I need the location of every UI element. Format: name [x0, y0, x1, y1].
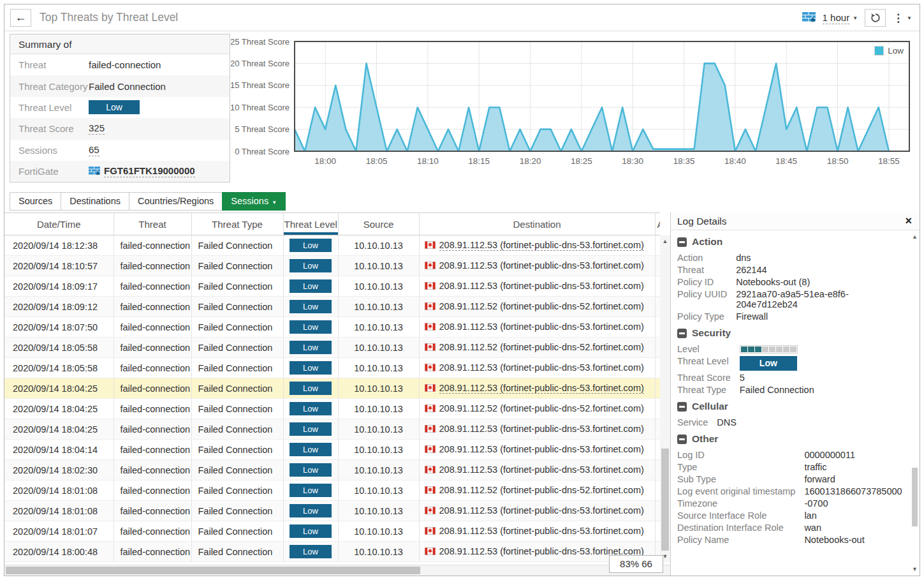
- cell-threat-type[interactable]: Failed Connection: [191, 256, 283, 276]
- cell-action[interactable]: [655, 317, 660, 338]
- cell-threat-level[interactable]: Low: [283, 542, 338, 562]
- cell-action[interactable]: [655, 338, 660, 358]
- cell-action[interactable]: [655, 399, 660, 419]
- cell-datetime[interactable]: 2020/09/14 18:09:12: [4, 297, 114, 317]
- log-section-title-cellular[interactable]: Cellular: [677, 401, 911, 412]
- cell-datetime[interactable]: 2020/09/14 18:04:14: [4, 440, 114, 460]
- scroll-up-icon[interactable]: ▲: [660, 237, 670, 245]
- cell-source[interactable]: 10.10.10.13: [338, 317, 419, 338]
- column-header-action[interactable]: Action: [655, 213, 660, 235]
- cell-threat-level[interactable]: Low: [283, 235, 338, 256]
- cell-threat-level[interactable]: Low: [283, 440, 338, 460]
- tab-sources[interactable]: Sources: [10, 192, 61, 211]
- cell-destination[interactable]: 208.91.112.53 (fortinet-public-dns-53.fo…: [419, 276, 655, 297]
- cell-source[interactable]: 10.10.10.13: [338, 521, 419, 542]
- cell-threat[interactable]: failed-connection: [114, 542, 191, 562]
- cell-datetime[interactable]: 2020/09/14 18:05:58: [4, 358, 114, 378]
- horizontal-scroll-thumb[interactable]: [6, 567, 420, 574]
- cell-threat-level[interactable]: Low: [283, 276, 338, 297]
- cell-source[interactable]: 10.10.10.13: [338, 235, 419, 256]
- destination-link[interactable]: 208.91.112.53 (fortinet-public-dns-53.fo…: [439, 444, 644, 454]
- table-row[interactable]: 2020/09/14 18:07:50failed-connectionFail…: [4, 317, 660, 338]
- table-row[interactable]: 2020/09/14 18:05:58failed-connectionFail…: [4, 338, 660, 358]
- cell-threat[interactable]: failed-connection: [114, 378, 191, 399]
- column-header-destination[interactable]: Destination: [419, 213, 655, 235]
- cell-datetime[interactable]: 2020/09/14 18:01:08: [4, 501, 114, 521]
- destination-link[interactable]: 208.91.112.52 (fortinet-public-dns-52.fo…: [439, 342, 644, 352]
- back-button[interactable]: ←: [10, 9, 31, 27]
- cell-datetime[interactable]: 2020/09/14 18:04:25: [4, 378, 114, 399]
- cell-threat-type[interactable]: Failed Connection: [191, 419, 283, 440]
- fortigate-device-link[interactable]: FGT61FTK19000000: [104, 165, 195, 177]
- cell-threat[interactable]: failed-connection: [114, 521, 191, 542]
- scroll-down-icon[interactable]: ▼: [911, 565, 918, 573]
- column-header-threat[interactable]: Threat: [114, 213, 191, 235]
- cell-datetime[interactable]: 2020/09/14 18:09:17: [4, 276, 114, 297]
- cell-source[interactable]: 10.10.10.13: [338, 501, 419, 521]
- table-row[interactable]: 2020/09/14 18:09:12failed-connectionFail…: [4, 297, 660, 317]
- cell-threat-level[interactable]: Low: [283, 419, 338, 440]
- cell-source[interactable]: 10.10.10.13: [338, 358, 419, 378]
- cell-threat-level[interactable]: Low: [283, 297, 338, 317]
- cell-threat-type[interactable]: Failed Connection: [191, 358, 283, 378]
- cell-threat-level[interactable]: Low: [283, 338, 338, 358]
- cell-threat-level[interactable]: Low: [283, 501, 338, 521]
- cell-destination[interactable]: 208.91.112.52 (fortinet-public-dns-52.fo…: [419, 297, 655, 317]
- cell-threat-level[interactable]: Low: [283, 317, 338, 338]
- column-header-date-time[interactable]: Date/Time: [4, 213, 114, 235]
- cell-datetime[interactable]: 2020/09/14 18:10:57: [4, 256, 114, 276]
- cell-destination[interactable]: 208.91.112.53 (fortinet-public-dns-53.fo…: [419, 460, 655, 480]
- log-section-title-other[interactable]: Other: [677, 433, 911, 445]
- refresh-button[interactable]: [865, 9, 886, 27]
- time-range-dropdown[interactable]: 1 hour▼: [823, 12, 858, 24]
- cell-source[interactable]: 10.10.10.13: [338, 297, 419, 317]
- cell-threat[interactable]: failed-connection: [114, 235, 191, 256]
- cell-datetime[interactable]: 2020/09/14 18:04:25: [4, 419, 114, 440]
- table-row[interactable]: 2020/09/14 18:04:14failed-connectionFail…: [4, 440, 660, 460]
- table-vertical-scrollbar[interactable]: ▲ ▼: [660, 235, 670, 562]
- cell-threat[interactable]: failed-connection: [114, 297, 191, 317]
- destination-link[interactable]: 208.91.112.53 (fortinet-public-dns-53.fo…: [439, 240, 644, 251]
- cell-action[interactable]: [655, 460, 660, 480]
- cell-threat[interactable]: failed-connection: [114, 480, 191, 501]
- cell-threat-level[interactable]: Low: [283, 358, 338, 378]
- cell-action[interactable]: [655, 297, 660, 317]
- log-section-title-action[interactable]: Action: [677, 236, 911, 248]
- table-row[interactable]: 2020/09/14 18:12:38failed-connectionFail…: [4, 235, 660, 256]
- cell-threat-type[interactable]: Failed Connection: [191, 480, 283, 501]
- cell-threat-level[interactable]: Low: [283, 256, 338, 276]
- cell-destination[interactable]: 208.91.112.53 (fortinet-public-dns-53.fo…: [419, 256, 655, 276]
- cell-destination[interactable]: 208.91.112.52 (fortinet-public-dns-52.fo…: [419, 480, 655, 501]
- destination-link[interactable]: 208.91.112.52 (fortinet-public-dns-52.fo…: [439, 403, 644, 413]
- cell-datetime[interactable]: 2020/09/14 18:00:48: [4, 542, 114, 562]
- drilldown-link[interactable]: 65: [89, 144, 99, 156]
- cell-destination[interactable]: 208.91.112.53 (fortinet-public-dns-53.fo…: [419, 521, 655, 542]
- cell-threat-type[interactable]: Failed Connection: [191, 297, 283, 317]
- tab-countries-regions[interactable]: Countries/Regions: [129, 192, 223, 211]
- cell-action[interactable]: [655, 235, 660, 256]
- vertical-scroll-thumb[interactable]: [661, 449, 669, 551]
- destination-link[interactable]: 208.91.112.53 (fortinet-public-dns-53.fo…: [439, 281, 644, 291]
- cell-threat-type[interactable]: Failed Connection: [191, 235, 283, 256]
- table-row[interactable]: 2020/09/14 18:04:25failed-connectionFail…: [4, 419, 660, 440]
- cell-action[interactable]: [655, 256, 660, 276]
- cell-action[interactable]: [655, 480, 660, 501]
- cell-threat-type[interactable]: Failed Connection: [191, 317, 283, 338]
- column-header-source[interactable]: Source: [338, 213, 419, 235]
- cell-destination[interactable]: 208.91.112.53 (fortinet-public-dns-53.fo…: [419, 419, 655, 440]
- cell-action[interactable]: [655, 440, 660, 460]
- cell-threat[interactable]: failed-connection: [114, 501, 191, 521]
- cell-destination[interactable]: 208.91.112.52 (fortinet-public-dns-52.fo…: [419, 338, 655, 358]
- table-row[interactable]: 2020/09/14 18:09:17failed-connectionFail…: [4, 276, 660, 297]
- log-scroll-thumb[interactable]: [912, 468, 918, 526]
- destination-link[interactable]: 208.91.112.53 (fortinet-public-dns-53.fo…: [439, 322, 644, 332]
- cell-source[interactable]: 10.10.10.13: [338, 256, 419, 276]
- cell-action[interactable]: [655, 419, 660, 440]
- cell-threat[interactable]: failed-connection: [114, 460, 191, 480]
- cell-action[interactable]: [655, 358, 660, 378]
- cell-datetime[interactable]: 2020/09/14 18:04:25: [4, 399, 114, 419]
- destination-link[interactable]: 208.91.112.53 (fortinet-public-dns-53.fo…: [439, 260, 644, 271]
- cell-destination[interactable]: 208.91.112.53 (fortinet-public-dns-53.fo…: [419, 378, 655, 399]
- destination-link[interactable]: 208.91.112.52 (fortinet-public-dns-52.fo…: [439, 485, 644, 495]
- cell-datetime[interactable]: 2020/09/14 18:01:07: [4, 521, 114, 542]
